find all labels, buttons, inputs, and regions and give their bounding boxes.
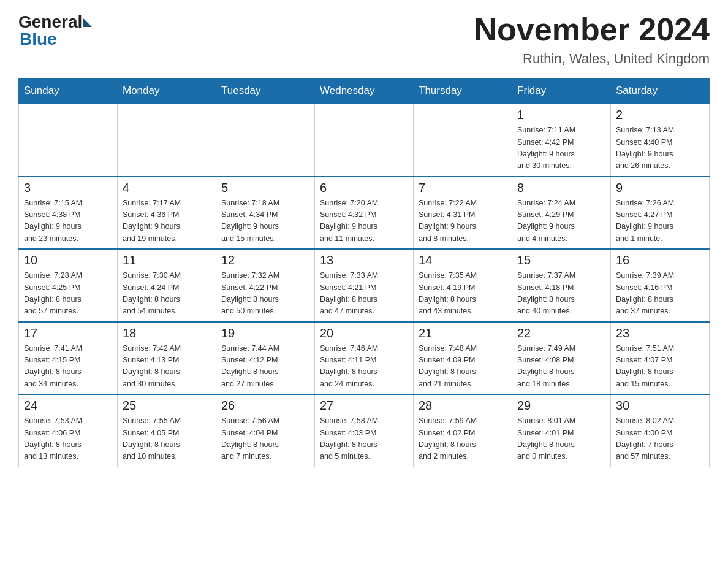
day-info: Sunrise: 7:49 AM Sunset: 4:08 PM Dayligh… xyxy=(517,343,605,391)
weekday-header-wednesday: Wednesday xyxy=(315,79,414,104)
day-number: 19 xyxy=(221,326,309,340)
calendar-cell: 4Sunrise: 7:17 AM Sunset: 4:36 PM Daylig… xyxy=(118,177,216,250)
weekday-header-monday: Monday xyxy=(118,79,216,104)
day-number: 26 xyxy=(221,399,309,413)
day-number: 5 xyxy=(221,181,309,195)
day-number: 2 xyxy=(616,108,704,122)
calendar-cell: 23Sunrise: 7:51 AM Sunset: 4:07 PM Dayli… xyxy=(611,322,710,395)
calendar-cell: 29Sunrise: 8:01 AM Sunset: 4:01 PM Dayli… xyxy=(512,394,611,467)
weekday-header-tuesday: Tuesday xyxy=(216,79,315,104)
title-area: November 2024 Ruthin, Wales, United King… xyxy=(474,12,710,67)
week-row-3: 10Sunrise: 7:28 AM Sunset: 4:25 PM Dayli… xyxy=(19,249,710,322)
week-row-5: 24Sunrise: 7:53 AM Sunset: 4:06 PM Dayli… xyxy=(19,394,710,467)
day-info: Sunrise: 7:48 AM Sunset: 4:09 PM Dayligh… xyxy=(419,343,507,391)
day-number: 7 xyxy=(419,181,507,195)
subtitle: Ruthin, Wales, United Kingdom xyxy=(474,51,710,67)
calendar-cell: 30Sunrise: 8:02 AM Sunset: 4:00 PM Dayli… xyxy=(611,394,710,467)
logo-arrow-icon xyxy=(83,18,92,27)
day-number: 17 xyxy=(24,326,112,340)
day-number: 23 xyxy=(616,326,704,340)
day-info: Sunrise: 7:59 AM Sunset: 4:02 PM Dayligh… xyxy=(419,415,507,463)
day-info: Sunrise: 7:32 AM Sunset: 4:22 PM Dayligh… xyxy=(221,270,309,318)
day-number: 24 xyxy=(24,399,112,413)
calendar-cell: 11Sunrise: 7:30 AM Sunset: 4:24 PM Dayli… xyxy=(118,249,216,322)
calendar-cell: 15Sunrise: 7:37 AM Sunset: 4:18 PM Dayli… xyxy=(512,249,611,322)
day-info: Sunrise: 7:41 AM Sunset: 4:15 PM Dayligh… xyxy=(24,343,112,391)
main-title: November 2024 xyxy=(474,12,710,47)
day-number: 12 xyxy=(221,253,309,267)
weekday-header-friday: Friday xyxy=(512,79,611,104)
day-info: Sunrise: 7:42 AM Sunset: 4:13 PM Dayligh… xyxy=(123,343,211,391)
calendar-cell: 8Sunrise: 7:24 AM Sunset: 4:29 PM Daylig… xyxy=(512,177,611,250)
day-info: Sunrise: 7:13 AM Sunset: 4:40 PM Dayligh… xyxy=(616,124,704,172)
calendar-cell: 22Sunrise: 7:49 AM Sunset: 4:08 PM Dayli… xyxy=(512,322,611,395)
calendar-cell: 1Sunrise: 7:11 AM Sunset: 4:42 PM Daylig… xyxy=(512,104,611,177)
day-info: Sunrise: 7:18 AM Sunset: 4:34 PM Dayligh… xyxy=(221,197,309,245)
calendar-cell: 26Sunrise: 7:56 AM Sunset: 4:04 PM Dayli… xyxy=(216,394,315,467)
calendar-cell: 12Sunrise: 7:32 AM Sunset: 4:22 PM Dayli… xyxy=(216,249,315,322)
calendar-cell: 13Sunrise: 7:33 AM Sunset: 4:21 PM Dayli… xyxy=(315,249,414,322)
day-info: Sunrise: 7:33 AM Sunset: 4:21 PM Dayligh… xyxy=(320,270,408,318)
day-info: Sunrise: 7:53 AM Sunset: 4:06 PM Dayligh… xyxy=(24,415,112,463)
day-info: Sunrise: 7:44 AM Sunset: 4:12 PM Dayligh… xyxy=(221,343,309,391)
calendar-cell: 16Sunrise: 7:39 AM Sunset: 4:16 PM Dayli… xyxy=(611,249,710,322)
calendar-cell xyxy=(315,104,414,177)
day-info: Sunrise: 8:01 AM Sunset: 4:01 PM Dayligh… xyxy=(517,415,605,463)
day-info: Sunrise: 7:26 AM Sunset: 4:27 PM Dayligh… xyxy=(616,197,704,245)
day-number: 15 xyxy=(517,253,605,267)
day-info: Sunrise: 7:51 AM Sunset: 4:07 PM Dayligh… xyxy=(616,343,704,391)
day-info: Sunrise: 8:02 AM Sunset: 4:00 PM Dayligh… xyxy=(616,415,704,463)
day-info: Sunrise: 7:28 AM Sunset: 4:25 PM Dayligh… xyxy=(24,270,112,318)
calendar-cell: 6Sunrise: 7:20 AM Sunset: 4:32 PM Daylig… xyxy=(315,177,414,250)
day-number: 11 xyxy=(123,253,211,267)
day-number: 16 xyxy=(616,253,704,267)
calendar-cell: 7Sunrise: 7:22 AM Sunset: 4:31 PM Daylig… xyxy=(414,177,512,250)
calendar-cell: 17Sunrise: 7:41 AM Sunset: 4:15 PM Dayli… xyxy=(19,322,118,395)
day-info: Sunrise: 7:30 AM Sunset: 4:24 PM Dayligh… xyxy=(123,270,211,318)
day-number: 13 xyxy=(320,253,408,267)
day-number: 10 xyxy=(24,253,112,267)
calendar-cell: 3Sunrise: 7:15 AM Sunset: 4:38 PM Daylig… xyxy=(19,177,118,250)
calendar-cell: 9Sunrise: 7:26 AM Sunset: 4:27 PM Daylig… xyxy=(611,177,710,250)
day-number: 21 xyxy=(419,326,507,340)
calendar-cell xyxy=(118,104,216,177)
day-info: Sunrise: 7:24 AM Sunset: 4:29 PM Dayligh… xyxy=(517,197,605,245)
day-number: 8 xyxy=(517,181,605,195)
day-number: 29 xyxy=(517,399,605,413)
day-info: Sunrise: 7:37 AM Sunset: 4:18 PM Dayligh… xyxy=(517,270,605,318)
day-info: Sunrise: 7:46 AM Sunset: 4:11 PM Dayligh… xyxy=(320,343,408,391)
day-info: Sunrise: 7:55 AM Sunset: 4:05 PM Dayligh… xyxy=(123,415,211,463)
calendar-cell: 19Sunrise: 7:44 AM Sunset: 4:12 PM Dayli… xyxy=(216,322,315,395)
day-info: Sunrise: 7:58 AM Sunset: 4:03 PM Dayligh… xyxy=(320,415,408,463)
weekday-header-sunday: Sunday xyxy=(19,79,118,104)
day-info: Sunrise: 7:15 AM Sunset: 4:38 PM Dayligh… xyxy=(24,197,112,245)
day-info: Sunrise: 7:35 AM Sunset: 4:19 PM Dayligh… xyxy=(419,270,507,318)
logo: General Blue xyxy=(18,12,92,49)
day-number: 27 xyxy=(320,399,408,413)
day-info: Sunrise: 7:20 AM Sunset: 4:32 PM Dayligh… xyxy=(320,197,408,245)
calendar-cell: 10Sunrise: 7:28 AM Sunset: 4:25 PM Dayli… xyxy=(19,249,118,322)
calendar-cell: 27Sunrise: 7:58 AM Sunset: 4:03 PM Dayli… xyxy=(315,394,414,467)
day-info: Sunrise: 7:11 AM Sunset: 4:42 PM Dayligh… xyxy=(517,124,605,172)
week-row-2: 3Sunrise: 7:15 AM Sunset: 4:38 PM Daylig… xyxy=(19,177,710,250)
day-number: 28 xyxy=(419,399,507,413)
calendar: SundayMondayTuesdayWednesdayThursdayFrid… xyxy=(18,78,710,467)
day-number: 25 xyxy=(123,399,211,413)
header: General Blue November 2024 Ruthin, Wales… xyxy=(18,12,710,67)
calendar-cell: 18Sunrise: 7:42 AM Sunset: 4:13 PM Dayli… xyxy=(118,322,216,395)
day-number: 22 xyxy=(517,326,605,340)
logo-blue-text: Blue xyxy=(20,29,92,49)
day-info: Sunrise: 7:17 AM Sunset: 4:36 PM Dayligh… xyxy=(123,197,211,245)
calendar-cell: 21Sunrise: 7:48 AM Sunset: 4:09 PM Dayli… xyxy=(414,322,512,395)
calendar-cell xyxy=(414,104,512,177)
calendar-cell: 14Sunrise: 7:35 AM Sunset: 4:19 PM Dayli… xyxy=(414,249,512,322)
weekday-header-thursday: Thursday xyxy=(414,79,512,104)
weekday-header-row: SundayMondayTuesdayWednesdayThursdayFrid… xyxy=(19,79,710,104)
week-row-4: 17Sunrise: 7:41 AM Sunset: 4:15 PM Dayli… xyxy=(19,322,710,395)
day-number: 20 xyxy=(320,326,408,340)
day-number: 18 xyxy=(123,326,211,340)
calendar-cell: 24Sunrise: 7:53 AM Sunset: 4:06 PM Dayli… xyxy=(19,394,118,467)
weekday-header-saturday: Saturday xyxy=(611,79,710,104)
day-info: Sunrise: 7:56 AM Sunset: 4:04 PM Dayligh… xyxy=(221,415,309,463)
day-number: 3 xyxy=(24,181,112,195)
